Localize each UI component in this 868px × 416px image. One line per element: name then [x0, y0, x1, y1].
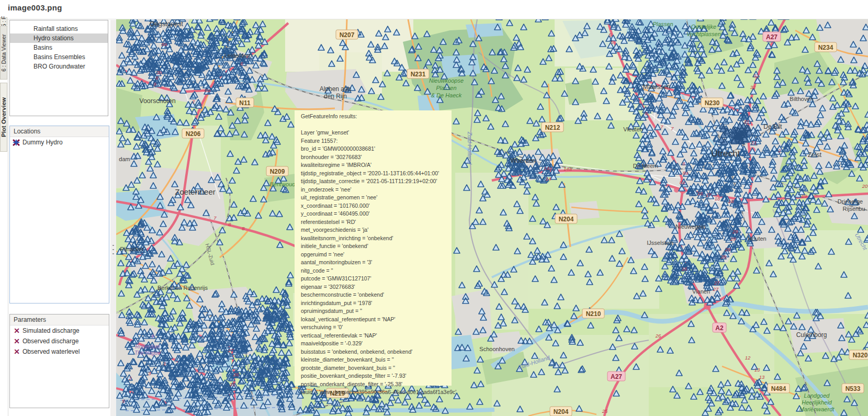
svg-text:Heerlijkheid: Heerlijkheid [802, 399, 832, 406]
svg-text:N231: N231 [411, 71, 426, 78]
svg-text:dam: dam [119, 156, 130, 162]
svg-text:Plassen: Plassen [436, 85, 456, 91]
svg-text:17: 17 [706, 192, 712, 198]
svg-text:28: 28 [725, 246, 731, 252]
svg-text:26: 26 [655, 333, 661, 339]
svg-text:De Bilt: De Bilt [763, 123, 782, 130]
svg-text:N484: N484 [771, 385, 786, 392]
svg-text:N320: N320 [853, 352, 868, 359]
svg-text:16: 16 [697, 190, 703, 196]
svg-text:Oostelijke: Oostelijke [691, 24, 716, 30]
svg-text:8a: 8a [680, 179, 685, 185]
svg-text:& De Haeck: & De Haeck [431, 92, 462, 98]
svg-text:N204: N204 [559, 216, 574, 223]
svg-text:7: 7 [671, 126, 674, 131]
svg-text:N234: N234 [818, 44, 833, 51]
svg-text:8a: 8a [162, 41, 167, 47]
svg-text:Vechtplassen: Vechtplassen [686, 31, 721, 37]
svg-text:9: 9 [153, 81, 156, 87]
svg-text:Pijnacker: Pijnacker [120, 246, 144, 252]
svg-text:14a: 14a [544, 165, 552, 171]
svg-text:The Hague: The Hague [134, 350, 161, 356]
svg-text:Landgoed: Landgoed [804, 392, 830, 399]
svg-text:7: 7 [192, 99, 195, 105]
svg-text:29: 29 [730, 236, 736, 242]
svg-text:Drieberge: Drieberge [838, 198, 863, 205]
svg-text:14a: 14a [563, 166, 572, 172]
svg-text:N207: N207 [340, 31, 355, 39]
svg-text:16: 16 [682, 266, 687, 272]
svg-text:28: 28 [720, 254, 727, 260]
svg-text:18: 18 [715, 196, 720, 201]
svg-text:1: 1 [163, 361, 166, 366]
svg-text:29: 29 [732, 229, 738, 234]
svg-text:6: 6 [645, 110, 648, 116]
svg-text:14: 14 [546, 176, 551, 182]
svg-text:Vleuten: Vleuten [623, 126, 642, 132]
svg-text:Zeist: Zeist [808, 151, 822, 159]
svg-text:Oegstgeest: Oegstgeest [150, 20, 183, 28]
svg-text:Nieuwkoopse: Nieuwkoopse [429, 77, 464, 84]
svg-text:✈: ✈ [150, 333, 155, 340]
svg-text:den Rijn: den Rijn [324, 93, 347, 100]
svg-text:7: 7 [213, 215, 217, 221]
svg-text:Utrecht: Utrecht [712, 149, 740, 159]
svg-text:Berkel en Rodenrijs: Berkel en Rodenrijs [157, 285, 208, 291]
svg-text:Zoetermeer: Zoetermeer [175, 187, 216, 196]
svg-text:18: 18 [728, 198, 734, 204]
svg-text:Leiderdorp: Leiderdorp [224, 52, 252, 59]
svg-text:Bilthoven: Bilthoven [790, 96, 813, 102]
svg-text:N11: N11 [239, 99, 251, 107]
svg-text:8: 8 [228, 221, 231, 227]
svg-text:De Meern: De Meern [633, 163, 658, 169]
svg-text:N210: N210 [586, 310, 601, 318]
svg-text:Zuid-Holland: Zuid-Holland [467, 131, 473, 165]
svg-text:N533: N533 [846, 385, 861, 392]
svg-text:27: 27 [228, 347, 234, 353]
svg-text:Alphen aan: Alphen aan [320, 85, 352, 93]
svg-text:26: 26 [233, 372, 239, 377]
svg-text:Voorschoten: Voorschoten [139, 97, 176, 105]
svg-text:25: 25 [602, 408, 608, 414]
svg-text:A27: A27 [766, 33, 777, 41]
svg-text:27: 27 [713, 286, 719, 292]
svg-text:Plassen: Plassen [652, 21, 673, 27]
svg-text:12: 12 [745, 355, 751, 361]
svg-text:N230: N230 [705, 99, 720, 107]
svg-text:A2: A2 [715, 324, 724, 332]
svg-text:Vianen: Vianen [692, 288, 710, 295]
svg-text:N209: N209 [270, 168, 285, 175]
svg-text:5: 5 [122, 398, 125, 404]
svg-text:2: 2 [777, 148, 781, 153]
svg-text:8: 8 [155, 75, 159, 81]
svg-text:5: 5 [611, 39, 614, 45]
svg-text:A27: A27 [611, 373, 622, 380]
svg-text:27: 27 [714, 280, 720, 286]
svg-text:Maarssen: Maarssen [643, 83, 671, 91]
svg-text:19: 19 [802, 193, 807, 199]
svg-text:N206: N206 [186, 130, 201, 138]
svg-text:N204: N204 [554, 408, 569, 415]
svg-text:3: 3 [148, 370, 151, 376]
svg-text:Mariënwaerdt: Mariënwaerdt [799, 406, 835, 412]
svg-text:Bentwoud: Bentwoud [270, 181, 296, 187]
svg-text:Nieuwegein: Nieuwegein [675, 223, 705, 230]
svg-text:8a: 8a [683, 170, 689, 176]
svg-text:IJsselstein: IJsselstein [647, 240, 673, 246]
svg-text:25: 25 [229, 381, 235, 387]
svg-text:Rotterdam: Rotterdam [136, 344, 160, 350]
svg-text:32: 32 [750, 84, 756, 90]
svg-text:6: 6 [240, 61, 243, 66]
svg-text:31: 31 [751, 140, 757, 145]
svg-text:7: 7 [660, 124, 663, 130]
svg-text:13: 13 [759, 374, 765, 380]
svg-text:5: 5 [608, 32, 612, 38]
svg-text:N212: N212 [545, 124, 560, 131]
svg-text:32: 32 [753, 73, 759, 78]
svg-text:31: 31 [744, 119, 750, 125]
svg-text:Rijsenbu: Rijsenbu [843, 206, 865, 212]
svg-text:8: 8 [682, 161, 685, 166]
svg-text:Woerden: Woerden [511, 157, 536, 164]
svg-text:20: 20 [862, 183, 868, 189]
svg-text:8: 8 [242, 226, 245, 231]
